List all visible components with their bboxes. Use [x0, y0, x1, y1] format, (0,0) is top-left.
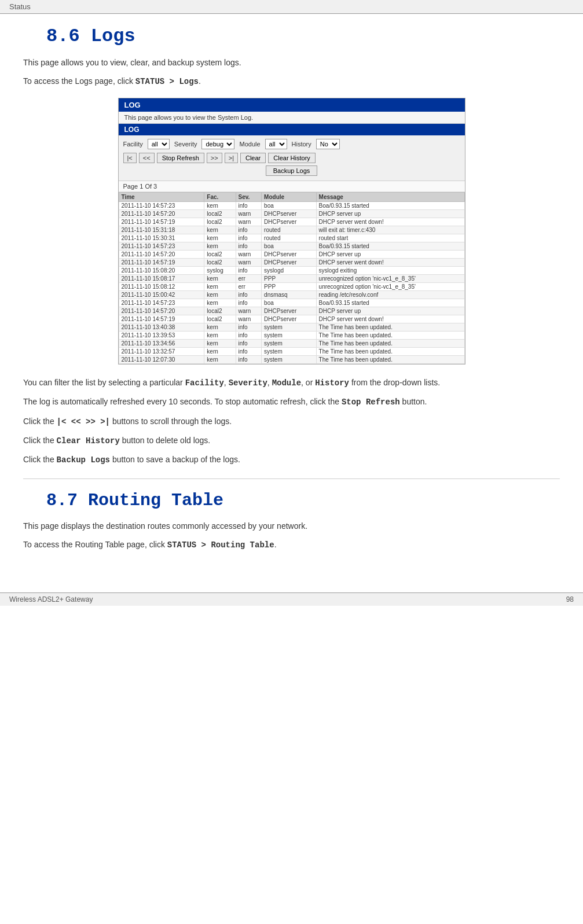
table-cell: boa — [262, 242, 317, 250]
table-row: 2011-11-10 13:34:56kerninfosystemThe Tim… — [119, 339, 464, 347]
table-cell: info — [236, 355, 262, 363]
table-cell: warn — [236, 250, 262, 258]
section-86-intro2: To access the Logs page, click STATUS > … — [23, 75, 560, 88]
table-row: 2011-11-10 15:08:20sysloginfosyslogdsysl… — [119, 266, 464, 274]
col-message: Message — [316, 192, 464, 201]
log-inner-title: LOG — [119, 124, 465, 135]
table-cell: 2011-11-10 14:57:19 — [119, 315, 204, 323]
table-cell: Boa/0.93.15 started — [316, 299, 464, 307]
table-cell: local2 — [204, 209, 236, 218]
table-cell: kern — [204, 299, 236, 307]
table-cell: local2 — [204, 307, 236, 315]
table-cell: kern — [204, 282, 236, 290]
clear-history-button[interactable]: Clear History — [268, 153, 316, 163]
table-cell: The Time has been updated. — [316, 323, 464, 331]
last-page-button[interactable]: >| — [225, 153, 238, 163]
table-cell: routed — [262, 234, 317, 242]
next-page-button[interactable]: >> — [207, 153, 222, 163]
table-cell: 2011-11-10 14:57:23 — [119, 299, 204, 307]
table-cell: 2011-11-10 14:57:19 — [119, 218, 204, 226]
table-cell: 2011-11-10 14:57:20 — [119, 250, 204, 258]
log-outer-title: LOG — [119, 98, 465, 112]
table-cell: local2 — [204, 250, 236, 258]
table-cell: system — [262, 331, 317, 339]
table-cell: boa — [262, 201, 317, 209]
table-cell: dnsmasq — [262, 290, 317, 299]
table-row: 2011-11-10 13:40:38kerninfosystemThe Tim… — [119, 323, 464, 331]
table-cell: kern — [204, 234, 236, 242]
table-cell: system — [262, 339, 317, 347]
table-row: 2011-11-10 15:08:12kernerrPPPunrecognize… — [119, 282, 464, 290]
clear-button[interactable]: Clear — [240, 153, 266, 163]
facility-select[interactable]: all — [148, 139, 170, 149]
table-cell: Boa/0.93.15 started — [316, 201, 464, 209]
table-cell: will exit at: timer.c:430 — [316, 226, 464, 234]
table-cell: DHCPserver — [262, 315, 317, 323]
backup-logs-button[interactable]: Backup Logs — [266, 165, 318, 176]
table-cell: The Time has been updated. — [316, 331, 464, 339]
history-select[interactable]: No — [316, 139, 340, 149]
col-module: Module — [262, 192, 317, 201]
table-cell: local2 — [204, 315, 236, 323]
facility-label: Facility — [123, 141, 143, 148]
table-row: 2011-11-10 14:57:23kerninfoboaBoa/0.93.1… — [119, 201, 464, 209]
table-cell: boa — [262, 299, 317, 307]
log-table: Time Fac. Sev. Module Message 2011-11-10… — [119, 192, 465, 364]
table-cell: 2011-11-10 13:39:53 — [119, 331, 204, 339]
table-cell: DHCP server went down! — [316, 315, 464, 323]
table-cell: kern — [204, 226, 236, 234]
severity-select[interactable]: debug — [201, 139, 234, 149]
table-cell: warn — [236, 209, 262, 218]
table-cell: DHCP server up — [316, 250, 464, 258]
log-table-body: 2011-11-10 14:57:23kerninfoboaBoa/0.93.1… — [119, 201, 464, 363]
log-screenshot-box: LOG This page allows you to view the Sys… — [118, 98, 465, 365]
table-cell: 2011-11-10 14:57:20 — [119, 209, 204, 218]
table-cell: 2011-11-10 13:40:38 — [119, 323, 204, 331]
table-cell: err — [236, 274, 262, 282]
table-cell: kern — [204, 323, 236, 331]
table-cell: local2 — [204, 218, 236, 226]
table-row: 2011-11-10 12:07:30kerninfosystemThe Tim… — [119, 355, 464, 363]
footer-left: Wireless ADSL2+ Gateway — [9, 595, 93, 603]
stop-refresh-button[interactable]: Stop Refresh — [157, 153, 204, 163]
header-label: Status — [9, 2, 31, 11]
desc5: Click the Backup Logs button to save a b… — [23, 453, 560, 466]
table-cell: kern — [204, 201, 236, 209]
table-cell: 2011-11-10 13:34:56 — [119, 339, 204, 347]
table-row: 2011-11-10 14:57:19local2warnDHCPserverD… — [119, 315, 464, 323]
first-page-button[interactable]: |< — [123, 153, 137, 163]
table-row: 2011-11-10 14:57:19local2warnDHCPserverD… — [119, 218, 464, 226]
col-time: Time — [119, 192, 204, 201]
table-cell: unrecognized option 'nic-vc1_e_8_35' — [316, 274, 464, 282]
table-cell: 2011-11-10 14:57:20 — [119, 307, 204, 315]
table-cell: PPP — [262, 282, 317, 290]
table-cell: kern — [204, 347, 236, 355]
table-row: 2011-11-10 15:31:18kerninforoutedwill ex… — [119, 226, 464, 234]
filter-row: Facility all Severity debug Module all H… — [123, 139, 460, 149]
table-cell: DHCPserver — [262, 218, 317, 226]
table-cell: 2011-11-10 14:57:19 — [119, 258, 204, 266]
table-cell: kern — [204, 331, 236, 339]
desc4: Click the Clear History button to delete… — [23, 434, 560, 447]
table-cell: info — [236, 331, 262, 339]
table-row: 2011-11-10 14:57:23kerninfoboaBoa/0.93.1… — [119, 242, 464, 250]
section-87-intro2: To access the Routing Table page, click … — [23, 538, 560, 551]
module-select[interactable]: all — [265, 139, 287, 149]
table-cell: 2011-11-10 14:57:23 — [119, 201, 204, 209]
table-cell: info — [236, 339, 262, 347]
table-cell: routed start — [316, 234, 464, 242]
table-cell: DHCP server went down! — [316, 218, 464, 226]
table-cell: info — [236, 266, 262, 274]
table-cell: info — [236, 234, 262, 242]
prev-page-button[interactable]: << — [139, 153, 155, 163]
table-cell: info — [236, 226, 262, 234]
footer: Wireless ADSL2+ Gateway 98 — [0, 592, 583, 606]
module-label: Module — [239, 141, 260, 148]
top-bar: Status — [0, 0, 583, 14]
col-sev: Sev. — [236, 192, 262, 201]
table-cell: kern — [204, 274, 236, 282]
table-row: 2011-11-10 14:57:20local2warnDHCPserverD… — [119, 209, 464, 218]
table-cell: 2011-11-10 15:00:42 — [119, 290, 204, 299]
nav-button-row: |< << Stop Refresh >> >| Clear Clear His… — [123, 153, 460, 163]
table-cell: DHCP server went down! — [316, 258, 464, 266]
